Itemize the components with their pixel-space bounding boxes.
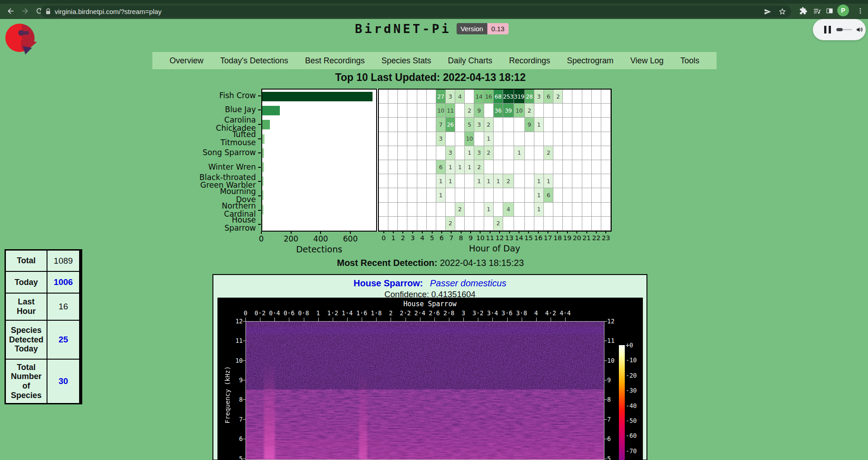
forward-icon[interactable]	[20, 6, 30, 16]
heatmap-cell	[388, 146, 398, 160]
heatmap-cell	[572, 203, 582, 217]
detection-species-link[interactable]: House Sparrow:	[354, 278, 423, 288]
colorbar-tick-label: -40	[626, 402, 637, 409]
url-bar[interactable]: virginia.birdnetpi.com/?stream=play	[41, 5, 791, 18]
heatmap-cell: 1	[436, 174, 446, 188]
nav-item-view-log[interactable]: View Log	[630, 56, 664, 66]
nav-item-species-stats[interactable]: Species Stats	[382, 56, 431, 66]
heatmap-cell	[494, 146, 503, 160]
axis-tick	[261, 232, 262, 234]
heatmap-cell: 1	[465, 146, 474, 160]
spec-ytick-label-left: 8	[227, 396, 243, 403]
share-icon[interactable]	[764, 8, 772, 16]
detections-bar	[262, 162, 264, 172]
spec-xtick	[391, 318, 391, 321]
spec-xtick	[245, 318, 246, 321]
heatmap-cell	[417, 132, 427, 146]
heatmap-cell: 2	[525, 104, 534, 118]
detections-bar	[262, 205, 264, 214]
heatmap-cell: 1	[474, 174, 484, 188]
stat-value[interactable]: 1006	[47, 272, 79, 293]
spec-xtick	[304, 318, 304, 321]
bookmark-star-icon[interactable]	[778, 7, 787, 16]
profile-avatar[interactable]: P	[837, 5, 849, 16]
back-icon[interactable]	[5, 6, 15, 16]
heatmap-cell	[563, 174, 572, 188]
heatmap-cell	[427, 118, 436, 132]
heatmap-cell	[388, 90, 398, 104]
heatmap-cell	[601, 118, 611, 132]
axis-tick	[350, 232, 351, 234]
axis-tick	[470, 232, 471, 233]
heatmap-cell	[514, 174, 525, 188]
heatmap-cell	[572, 160, 582, 174]
spec-xtick	[347, 318, 348, 321]
heatmap-cell	[494, 118, 503, 132]
heatmap-cell	[379, 132, 388, 146]
spec-xtick	[434, 318, 435, 321]
heatmap-cell	[544, 132, 553, 146]
detections-bar	[262, 92, 373, 101]
heatmap-cell	[514, 132, 525, 146]
axis-tick	[461, 232, 462, 233]
stat-label: Today	[6, 272, 47, 293]
scrubber-track[interactable]	[843, 29, 852, 30]
heatmap-cell	[455, 132, 465, 146]
heatmap-cell: 1	[446, 174, 455, 188]
nav-item-daily-charts[interactable]: Daily Charts	[448, 56, 492, 66]
heatmap-cell: 1	[534, 174, 544, 188]
detections-bar	[262, 190, 264, 200]
media-controls-icon[interactable]	[812, 6, 822, 16]
species-label: Song Sparrow	[199, 145, 256, 161]
stat-label: Species Detected Today	[6, 321, 47, 359]
heatmap-cell	[563, 188, 572, 202]
axis-tick	[576, 232, 577, 233]
heatmap-cell: 28	[525, 90, 534, 104]
nav-item-tools[interactable]: Tools	[680, 56, 699, 66]
detections-bar	[262, 134, 264, 144]
heatmap-cell	[582, 174, 592, 188]
scrubber-thumb[interactable]	[836, 28, 843, 31]
heatmap-cell	[553, 203, 563, 217]
nav-item-spectrogram[interactable]: Spectrogram	[567, 56, 613, 66]
nav-item-overview[interactable]: Overview	[170, 56, 203, 66]
spec-xtick	[274, 318, 275, 321]
url-text[interactable]: virginia.birdnetpi.com/?stream=play	[55, 8, 764, 15]
stat-value[interactable]: 30	[47, 360, 79, 403]
stat-value[interactable]: 25	[47, 321, 79, 359]
heatmap-cell: 3	[474, 146, 484, 160]
extensions-icon[interactable]	[798, 6, 808, 16]
stat-label: Last Hour	[6, 294, 47, 320]
axis-tick	[441, 232, 442, 233]
lock-icon[interactable]	[45, 8, 51, 15]
axis-tick	[432, 232, 433, 233]
heatmap-cell	[592, 118, 601, 132]
bar-xaxis-title: Detections	[274, 244, 364, 254]
heatmap-cell	[563, 118, 572, 132]
heatmap-cell	[407, 188, 417, 202]
side-panel-icon[interactable]	[825, 6, 835, 16]
spec-xtick	[551, 318, 551, 321]
detection-scientific-name[interactable]: Passer domesticus	[430, 278, 506, 288]
nav-item-today-s-detections[interactable]: Today's Detections	[220, 56, 288, 66]
heatmap-cell	[379, 160, 388, 174]
heatmap-cell	[484, 217, 494, 231]
pause-icon[interactable]	[824, 26, 831, 33]
nav-item-best-recordings[interactable]: Best Recordings	[305, 56, 365, 66]
heatmap-cell	[563, 160, 572, 174]
heatmap-cell: 253	[503, 90, 514, 104]
most-recent-detection: Most Recent Detection: 2022-04-13 18:15:…	[159, 258, 702, 268]
heatmap-cell	[436, 203, 446, 217]
audio-scrubber[interactable]	[836, 28, 852, 31]
heatmap-cell	[572, 217, 582, 231]
heatmap-cell	[455, 146, 465, 160]
menu-kebab-icon[interactable]	[855, 6, 865, 16]
heatmap-cell: 68	[494, 90, 503, 104]
volume-icon[interactable]	[856, 26, 863, 33]
heatmap-cell	[601, 160, 611, 174]
audio-player[interactable]	[813, 19, 866, 40]
heatmap-cell	[398, 118, 407, 132]
heatmap-cell	[398, 217, 407, 231]
heatmap-cell	[534, 217, 544, 231]
nav-item-recordings[interactable]: Recordings	[509, 56, 550, 66]
